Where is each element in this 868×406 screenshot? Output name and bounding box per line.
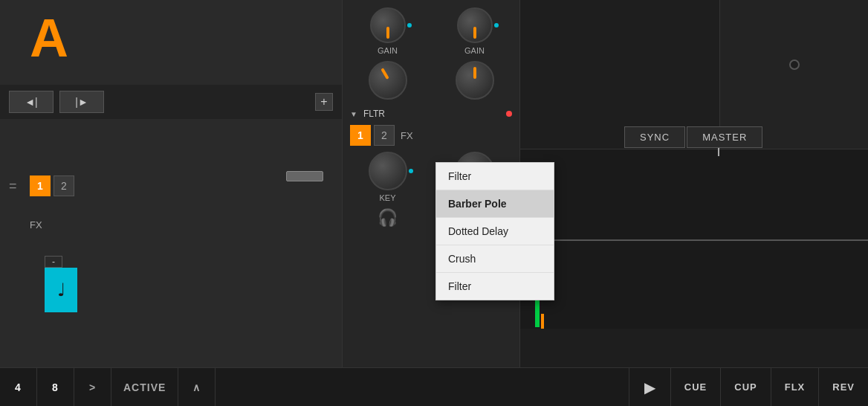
gain-knob-left[interactable] — [370, 7, 406, 43]
gain-label-right: GAIN — [464, 46, 485, 55]
knob-group-gain-right: GAIN — [457, 7, 493, 55]
knob-indicator-left — [386, 27, 389, 39]
level-bar-green — [535, 297, 540, 327]
master-button[interactable]: MASTER — [687, 126, 762, 148]
dropdown-item-crush[interactable]: Crush — [436, 245, 554, 273]
center-fx-label: FX — [401, 130, 413, 141]
right-panel: SYNC MASTER ◄ — [520, 0, 868, 367]
fx-button-2[interactable]: 2 — [54, 175, 74, 196]
fltr-label: FLTR — [363, 109, 385, 119]
knob-indicator-right — [473, 27, 476, 39]
eq-knob-left-indicator — [380, 68, 389, 80]
fader-handle[interactable] — [286, 171, 323, 181]
main-container: A ◄| |► + = 1 2 FX — [0, 0, 868, 406]
level-bar-orange — [541, 314, 544, 329]
cue-button[interactable]: CUE — [670, 368, 720, 406]
active-button[interactable]: ACTIVE — [111, 368, 178, 406]
headphone-icon-left: 🎧 — [378, 208, 398, 228]
key-dot-left — [409, 169, 413, 173]
fltr-row: ▼ FLTR — [343, 106, 519, 122]
note-icon: ♩ — [57, 280, 65, 300]
right-knob[interactable] — [789, 59, 800, 70]
deck-letter: A — [30, 7, 68, 68]
key-label-left: KEY — [379, 193, 395, 202]
fltr-arrow[interactable]: ▼ — [350, 110, 357, 118]
knob-group-eq-right — [456, 61, 494, 100]
transport-back-btn[interactable]: ◄| — [9, 91, 54, 113]
bottom-bar: 4 8 > ACTIVE ∧ ▶ CUE CUP FLX REV — [0, 367, 868, 406]
fx-row-center: 1 2 FX — [343, 122, 519, 149]
dropdown-item-barber-pole[interactable]: Barber Pole — [436, 190, 554, 218]
dropdown-item-filter-2[interactable]: Filter — [436, 273, 554, 300]
fx-label: FX — [30, 219, 42, 231]
dashed-line — [609, 239, 868, 240]
waveform-area: ◄ — [520, 149, 868, 329]
dropdown-menu: Filter Barber Pole Dotted Delay Crush Fi… — [435, 162, 554, 300]
eq-knob-right-indicator — [473, 67, 476, 79]
knob-row-2 — [343, 61, 519, 100]
transport-forward-btn[interactable]: |► — [59, 91, 104, 113]
fltr-dot — [506, 111, 512, 117]
knob-group-gain-left: GAIN — [370, 7, 406, 55]
knob-row-1: GAIN GAIN — [343, 7, 519, 55]
minus-button[interactable]: - — [45, 256, 62, 268]
knob-dot-left — [407, 23, 412, 28]
center-fx-btn-1[interactable]: 1 — [350, 125, 371, 146]
fx-button-1[interactable]: 1 — [30, 175, 51, 196]
eq-sign: = — [9, 178, 17, 194]
bottom-right-buttons: ▶ CUE CUP FLX REV — [629, 368, 868, 406]
bottom-num-8[interactable]: 8 — [37, 368, 74, 406]
left-panel: A ◄| |► + = 1 2 FX — [0, 0, 342, 367]
dropdown-item-filter-1[interactable]: Filter — [436, 163, 554, 190]
rev-button[interactable]: REV — [818, 368, 868, 406]
left-panel-top: A ◄| |► + — [0, 0, 342, 119]
sync-button[interactable]: SYNC — [624, 126, 685, 148]
note-button[interactable]: ♩ — [45, 268, 77, 312]
cup-button[interactable]: CUP — [720, 368, 770, 406]
dropdown-item-dotted-delay[interactable]: Dotted Delay — [436, 218, 554, 245]
plus-button[interactable]: + — [315, 93, 333, 111]
knob-group-key-left: KEY — [369, 152, 407, 202]
eq-knob-right[interactable] — [456, 61, 494, 100]
knob-group-eq-left — [369, 61, 407, 100]
key-knob-left[interactable] — [369, 152, 407, 190]
bottom-chevron[interactable]: > — [74, 368, 111, 406]
sync-master-area: SYNC MASTER — [624, 126, 762, 148]
gain-label-left: GAIN — [378, 46, 398, 55]
top-area: A ◄| |► + = 1 2 FX — [0, 0, 868, 367]
fader-track — [297, 126, 312, 245]
bottom-num-4[interactable]: 4 — [0, 368, 37, 406]
play-button[interactable]: ▶ — [629, 368, 670, 406]
left-panel-bottom: - ♩ — [0, 253, 342, 367]
up-arrow-button[interactable]: ∧ — [178, 368, 216, 406]
flx-button[interactable]: FLX — [771, 368, 819, 406]
left-panel-middle: = 1 2 FX — [0, 119, 342, 253]
transport-controls: ◄| |► + — [0, 85, 342, 119]
center-fx-btn-2[interactable]: 2 — [374, 125, 395, 146]
gain-knob-right[interactable] — [457, 7, 493, 43]
bottom-spacer — [216, 368, 628, 406]
fx-buttons: 1 2 — [30, 175, 74, 196]
eq-knob-left[interactable] — [369, 61, 407, 100]
knob-dot-right — [494, 23, 499, 28]
